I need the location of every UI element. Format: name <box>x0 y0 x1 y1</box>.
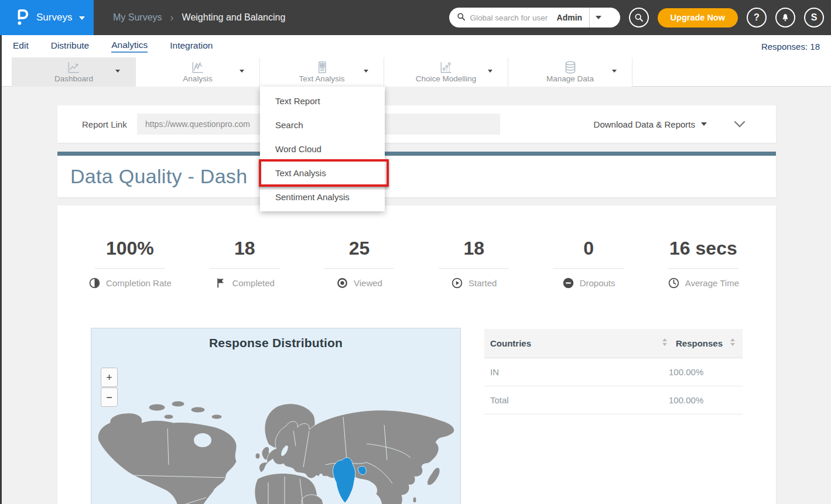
tab-text-analysis[interactable]: Text Analysis <box>260 57 384 87</box>
surveys-product-menu[interactable]: Surveys <box>0 0 94 35</box>
stat-dropouts: 0 Dropouts <box>531 238 646 289</box>
chevron-down-icon <box>115 70 120 73</box>
chevron-down-icon <box>488 70 493 73</box>
search-icon <box>457 12 466 23</box>
minus-circle-icon <box>562 277 574 289</box>
breadcrumb-parent-link[interactable]: My Surveys <box>113 12 162 23</box>
search-scope-dropdown[interactable] <box>590 8 607 28</box>
chevron-down-icon <box>240 70 244 73</box>
tab-analysis[interactable]: Analysis <box>136 57 260 87</box>
search-button[interactable] <box>629 8 649 28</box>
survey-nav-bar: Edit Distribute Analytics Integration Re… <box>0 35 831 57</box>
nav-analytics-active[interactable]: Analytics <box>111 40 148 53</box>
menu-item-word-cloud[interactable]: Word Cloud <box>260 137 385 161</box>
window-edge <box>0 35 2 504</box>
help-button[interactable]: ? <box>747 8 767 28</box>
stat-started: 18 Started <box>416 238 531 289</box>
clock-icon <box>668 277 680 289</box>
top-bar-actions: Admin Upgrade Now ? S <box>449 8 824 28</box>
tab-choice-modelling[interactable]: Choice Modelling <box>384 57 508 87</box>
nav-integration[interactable]: Integration <box>170 40 213 52</box>
breadcrumb: My Surveys › Weighting and Balancing <box>113 0 285 35</box>
flag-icon <box>214 277 227 289</box>
map-title: Response Distribution <box>91 336 460 350</box>
countries-responses-table: Countries Responses IN 100.00% Total 100… <box>484 329 743 414</box>
table-row: IN 100.00% <box>484 358 743 386</box>
global-search-input[interactable] <box>470 13 557 22</box>
response-distribution-map[interactable]: Response Distribution + − <box>91 328 461 504</box>
chevron-down-icon <box>596 16 601 19</box>
analytics-tab-strip: Dashboard Analysis Text Analysis Choice … <box>0 57 831 87</box>
chevron-down-icon <box>612 70 617 73</box>
download-data-reports-dropdown[interactable]: Download Data & Reports <box>594 105 707 143</box>
top-bar: Surveys My Surveys › Weighting and Balan… <box>0 0 831 35</box>
upgrade-now-button[interactable]: Upgrade Now <box>658 8 738 28</box>
completion-rate-icon <box>88 277 101 289</box>
page-title: Data Quality - Dash <box>70 156 247 197</box>
nav-distribute[interactable]: Distribute <box>51 40 89 52</box>
menu-item-text-analysis-highlighted[interactable]: Text Analysis <box>260 161 385 185</box>
stat-viewed: 25 Viewed <box>302 238 417 289</box>
text-analysis-dropdown-menu: Text Report Search Word Cloud Text Analy… <box>260 87 385 211</box>
responses-count: Responses: 18 <box>761 35 820 57</box>
stat-completed: 18 Completed <box>187 238 302 289</box>
chevron-down-icon <box>701 122 707 126</box>
table-row: Total 100.00% <box>484 386 743 414</box>
questionpro-dashboard-screen: Surveys My Surveys › Weighting and Balan… <box>0 0 831 504</box>
breadcrumb-separator-icon: › <box>170 12 174 24</box>
chevron-down-icon <box>79 16 85 20</box>
sort-icon[interactable] <box>730 338 736 349</box>
play-circle-icon <box>451 277 463 289</box>
tab-manage-data[interactable]: Manage Data <box>508 57 632 87</box>
section-divider-bar <box>57 152 776 156</box>
questionpro-logo-icon <box>15 6 29 29</box>
chevron-down-icon <box>364 70 368 73</box>
nav-edit[interactable]: Edit <box>13 40 29 52</box>
sort-icon[interactable] <box>662 338 668 349</box>
world-map-chart[interactable] <box>91 390 461 504</box>
column-header-responses[interactable]: Responses <box>676 338 726 348</box>
menu-item-search[interactable]: Search <box>260 113 385 137</box>
report-link-label: Report Link <box>82 105 127 143</box>
eye-icon <box>336 277 348 289</box>
menu-item-text-report[interactable]: Text Report <box>260 89 385 113</box>
stat-average-time: 16 secs Average Time <box>646 238 761 289</box>
report-link-card: Report Link Download Data & Reports <box>57 105 776 143</box>
dashboard-main-card: 100% Completion Rate 18 Completed 25 <box>57 205 776 504</box>
table-header-row: Countries Responses <box>484 329 743 358</box>
stat-completion-rate: 100% Completion Rate <box>73 238 187 289</box>
notifications-bell-button[interactable] <box>775 8 795 28</box>
map-zoom-in-button[interactable]: + <box>101 368 118 387</box>
tab-dashboard[interactable]: Dashboard <box>12 57 136 87</box>
global-search-box[interactable]: Admin <box>449 8 620 28</box>
page-title-panel: Data Quality - Dash <box>57 156 776 197</box>
collapse-chevron-icon[interactable] <box>734 119 745 130</box>
search-scope-label: Admin <box>557 13 590 22</box>
product-menu-label: Surveys <box>36 12 72 23</box>
menu-item-sentiment-analysis[interactable]: Sentiment Analysis <box>260 185 385 209</box>
user-avatar-button[interactable]: S <box>804 8 824 28</box>
bell-icon <box>781 13 790 22</box>
survey-stats-row: 100% Completion Rate 18 Completed 25 <box>73 238 761 289</box>
breadcrumb-current: Weighting and Balancing <box>182 12 286 23</box>
column-header-countries[interactable]: Countries <box>490 338 658 348</box>
